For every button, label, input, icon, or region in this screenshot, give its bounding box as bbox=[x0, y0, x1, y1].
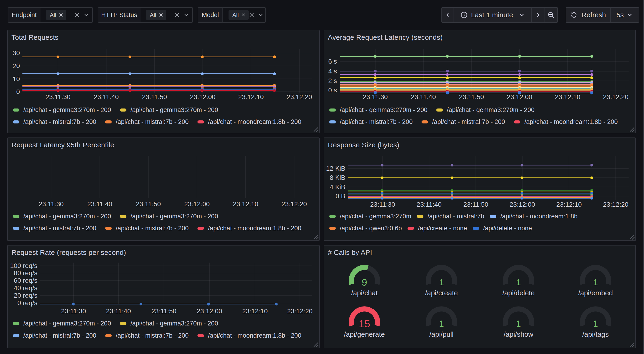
svg-text:23:11:50: 23:11:50 bbox=[152, 307, 176, 315]
svg-text:1: 1 bbox=[516, 277, 521, 287]
svg-text:23:11:30: 23:11:30 bbox=[61, 307, 86, 315]
svg-text:23:12:00: 23:12:00 bbox=[190, 93, 216, 101]
svg-text:60 req/s: 60 req/s bbox=[14, 277, 38, 284]
svg-text:0 B: 0 B bbox=[336, 192, 345, 200]
svg-text:23:12:10: 23:12:10 bbox=[555, 93, 580, 101]
svg-text:/api/generate: /api/generate bbox=[344, 330, 385, 338]
svg-text:9: 9 bbox=[362, 277, 367, 288]
svg-text:23:11:40: 23:11:40 bbox=[417, 201, 442, 208]
svg-text:23:11:30: 23:11:30 bbox=[38, 200, 64, 208]
svg-text:8 KiB: 8 KiB bbox=[330, 174, 345, 181]
svg-text:23:11:40: 23:11:40 bbox=[87, 200, 112, 208]
svg-text:80 req/s: 80 req/s bbox=[14, 269, 38, 277]
svg-text:1: 1 bbox=[593, 277, 598, 287]
svg-text:23:11:50: 23:11:50 bbox=[136, 200, 161, 208]
svg-text:23:12:10: 23:12:10 bbox=[242, 307, 268, 315]
svg-text:/api/tags: /api/tags bbox=[582, 330, 609, 338]
svg-text:15: 15 bbox=[359, 318, 370, 329]
svg-text:1: 1 bbox=[516, 319, 521, 328]
svg-text:23:11:50: 23:11:50 bbox=[463, 201, 488, 208]
svg-text:0 s: 0 s bbox=[328, 87, 337, 94]
svg-text:40 req/s: 40 req/s bbox=[14, 284, 38, 291]
svg-text:23:12:10: 23:12:10 bbox=[556, 201, 582, 208]
svg-text:10: 10 bbox=[12, 75, 20, 83]
svg-text:12 KiB: 12 KiB bbox=[326, 165, 346, 172]
svg-text:23:12:00: 23:12:00 bbox=[184, 200, 210, 208]
svg-text:23:11:40: 23:11:40 bbox=[106, 307, 131, 315]
svg-text:/api/delete: /api/delete bbox=[502, 289, 535, 297]
svg-text:23:12:20: 23:12:20 bbox=[281, 200, 307, 208]
svg-text:23:11:50: 23:11:50 bbox=[459, 93, 484, 101]
svg-text:/api/create: /api/create bbox=[425, 289, 458, 297]
svg-text:23:11:30: 23:11:30 bbox=[370, 201, 395, 208]
svg-text:23:12:20: 23:12:20 bbox=[287, 93, 312, 101]
svg-text:23:12:00: 23:12:00 bbox=[197, 307, 222, 315]
svg-text:/api/chat: /api/chat bbox=[351, 289, 378, 297]
svg-text:1: 1 bbox=[439, 277, 444, 287]
svg-text:23:11:40: 23:11:40 bbox=[94, 93, 119, 101]
svg-text:23:12:20: 23:12:20 bbox=[603, 201, 628, 208]
svg-text:100 req/s: 100 req/s bbox=[10, 262, 38, 269]
svg-text:23:12:20: 23:12:20 bbox=[603, 93, 628, 101]
svg-text:23:12:20: 23:12:20 bbox=[287, 307, 313, 315]
svg-text:/api/embed: /api/embed bbox=[578, 289, 613, 297]
svg-text:20: 20 bbox=[12, 62, 20, 70]
svg-text:2 s: 2 s bbox=[328, 77, 337, 84]
svg-text:6 s: 6 s bbox=[328, 58, 337, 65]
svg-text:23:12:10: 23:12:10 bbox=[238, 93, 264, 101]
svg-text:4 s: 4 s bbox=[328, 68, 337, 75]
svg-text:23:12:10: 23:12:10 bbox=[233, 200, 258, 208]
svg-text:1: 1 bbox=[439, 319, 444, 328]
svg-text:/api/show: /api/show bbox=[504, 330, 534, 338]
svg-text:30: 30 bbox=[12, 49, 20, 57]
svg-text:23:11:50: 23:11:50 bbox=[142, 93, 167, 101]
svg-text:23:11:30: 23:11:30 bbox=[46, 93, 70, 101]
svg-text:0: 0 bbox=[16, 88, 20, 95]
svg-text:/api/pull: /api/pull bbox=[429, 330, 453, 338]
svg-text:20 req/s: 20 req/s bbox=[14, 292, 38, 299]
svg-text:23:11:40: 23:11:40 bbox=[411, 93, 436, 101]
svg-text:0 req/s: 0 req/s bbox=[17, 299, 38, 306]
svg-text:1: 1 bbox=[593, 319, 598, 328]
svg-text:23:12:00: 23:12:00 bbox=[510, 201, 535, 208]
svg-text:4 KiB: 4 KiB bbox=[330, 183, 345, 191]
